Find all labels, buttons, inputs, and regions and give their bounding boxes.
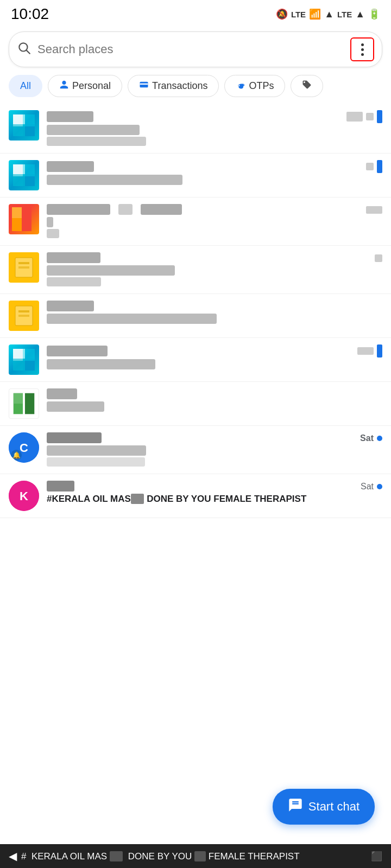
play-icon: ◀ (9, 850, 17, 863)
svg-text:K: K (20, 489, 28, 503)
email-content: ███ ██ ███ ███ ███ █████ ██ ██ (47, 344, 382, 371)
key-icon (236, 80, 245, 92)
email-header: ███ █ ██ (47, 160, 382, 173)
search-icon (17, 41, 31, 59)
email-header: ██ ██ (47, 388, 382, 400)
svg-rect-26 (25, 393, 34, 414)
avatar (9, 301, 39, 331)
email-content: █ ██ ██ ███ ██ ██████ █ ██ (47, 204, 382, 239)
email-item[interactable]: ███ █ ██ ██ ████ ██████████████ (0, 154, 391, 197)
start-chat-button[interactable]: Start chat (273, 789, 375, 825)
email-date: Sat (361, 482, 382, 492)
email-date (366, 206, 382, 214)
email-item[interactable]: ██ ██ ██ ██████████████████████████ (0, 294, 391, 338)
email-subject: ██ ████ ██████████████ (47, 175, 382, 186)
signal-icon: ▲ (324, 9, 334, 20)
battery-icon: 🔋 (368, 8, 380, 20)
tab-personal-label: Personal (72, 80, 111, 92)
tag-icon (302, 80, 312, 92)
email-list: ████ ██ ██ █ ██████ ████ ██████ ███ ██ █… (0, 104, 391, 583)
email-sender: CHARANYA (47, 432, 102, 444)
fab-container: Start chat (273, 789, 375, 825)
email-content: ███ ██ ██ █████ ███ ████ ████ ██ █ ████ … (47, 252, 382, 287)
start-chat-label: Start chat (308, 800, 360, 814)
email-preview: ██ (47, 229, 382, 239)
wifi-icon: 📶 (309, 8, 321, 20)
email-header: ██ ██ ██ (47, 301, 382, 312)
svg-rect-7 (23, 114, 35, 126)
email-preview: ██████ ███ ██ ████ (47, 137, 382, 146)
stop-icon: ⬛ (371, 851, 382, 862)
email-content: ██ ██ ██ ████ ██ (47, 388, 382, 413)
email-header: ████ ██ (47, 110, 382, 123)
filter-tabs: All Personal Transactions OTPs (0, 73, 391, 104)
email-content: ████ ██ ██ █ ██████ ████ ██████ ███ ██ █… (47, 110, 382, 146)
email-item[interactable]: ███ ██ ██ █████ ███ ████ ████ ██ █ ████ … (0, 246, 391, 294)
email-header: CHARANYA Sat (47, 432, 382, 444)
avatar (9, 160, 39, 190)
email-date (366, 160, 382, 173)
email-sender: ████ (47, 481, 74, 492)
email-content: ███ █ ██ ██ ████ ██████████████ (47, 160, 382, 187)
avatar (9, 204, 39, 234)
more-options-button[interactable] (350, 37, 374, 61)
svg-rect-27 (14, 393, 23, 404)
email-date: Sat (360, 433, 382, 443)
svg-rect-14 (12, 207, 22, 218)
bottom-bar-text: # KERALA OIL MAS GE DONE BY YOU ⬜ FEMALE… (21, 851, 367, 862)
chat-icon (288, 797, 303, 816)
email-date (375, 254, 382, 262)
lte-icon: LTE (291, 10, 306, 19)
unread-dot (377, 484, 382, 489)
three-dots-icon (361, 43, 364, 56)
email-content: ████ Sat #KERALA OIL MASGE DONE BY YOU F… (47, 481, 382, 506)
email-content: ██ ██ ██ ██████████████████████████ (47, 301, 382, 326)
email-item[interactable]: ████ ██ ██ █ ██████ ████ ██████ ███ ██ █… (0, 104, 391, 154)
email-item[interactable]: C 🔔 CHARANYA Sat Rediffmail forwarded... (0, 426, 391, 474)
email-item[interactable]: ██ ██ ██ ████ ██ (0, 382, 391, 426)
svg-rect-11 (23, 164, 35, 176)
person-icon (59, 80, 69, 92)
tab-personal[interactable]: Personal (48, 75, 122, 97)
email-sender: ██ ██ (47, 388, 77, 400)
email-date (357, 344, 382, 358)
email-subject: ██ █ ██████ ████ (47, 125, 382, 136)
tab-otps-label: OTPs (249, 80, 274, 92)
email-header: ████ Sat (47, 481, 382, 492)
avatar (9, 388, 39, 419)
svg-rect-13 (22, 207, 31, 231)
email-subject: █████ ███ ████ ████ ██ (47, 265, 382, 276)
svg-rect-24 (23, 349, 35, 361)
email-sender: ███ ██ ███ (47, 346, 108, 357)
avatar: C 🔔 (9, 432, 39, 463)
svg-rect-20 (18, 315, 29, 317)
avatar (9, 344, 39, 375)
email-item[interactable]: K ████ Sat #KERALA OIL MASGE DONE BY YOU… (0, 474, 391, 518)
email-sender: ███ ██ ██ (47, 252, 100, 264)
tab-promotions[interactable] (291, 75, 323, 97)
bottom-bar: ◀ # KERALA OIL MAS GE DONE BY YOU ⬜ FEMA… (0, 844, 391, 868)
email-subject: █ (47, 217, 382, 228)
svg-rect-17 (18, 266, 29, 269)
tab-transactions[interactable]: Transactions (128, 75, 219, 97)
search-input[interactable] (37, 42, 346, 56)
email-sender: ██ ██ ██ (47, 301, 94, 312)
email-preview: █ ████ ███ (47, 277, 382, 287)
svg-rect-19 (18, 310, 29, 312)
email-sender: ███ █ ██ (47, 161, 94, 173)
email-item[interactable]: █ ██ ██ ███ ██ ██████ █ ██ (0, 197, 391, 246)
email-item[interactable]: ███ ██ ███ ███ ███ █████ ██ ██ (0, 338, 391, 382)
email-sender: ████ ██ (47, 111, 93, 123)
lte2-icon: LTE (337, 10, 352, 19)
email-content: CHARANYA Sat Rediffmail forwarded... ───… (47, 432, 382, 467)
tab-transactions-label: Transactions (152, 80, 207, 92)
email-subject: ██ ████ ██ (47, 401, 382, 412)
signal2-icon: ▲ (355, 9, 365, 20)
email-header: ███ ██ ███ (47, 344, 382, 358)
tab-all[interactable]: All (9, 75, 42, 97)
svg-rect-16 (18, 262, 29, 264)
email-subject: ██████████████████████████ (47, 314, 382, 324)
tab-all-label: All (20, 80, 31, 92)
tab-otps[interactable]: OTPs (224, 75, 285, 97)
email-date (346, 110, 382, 123)
